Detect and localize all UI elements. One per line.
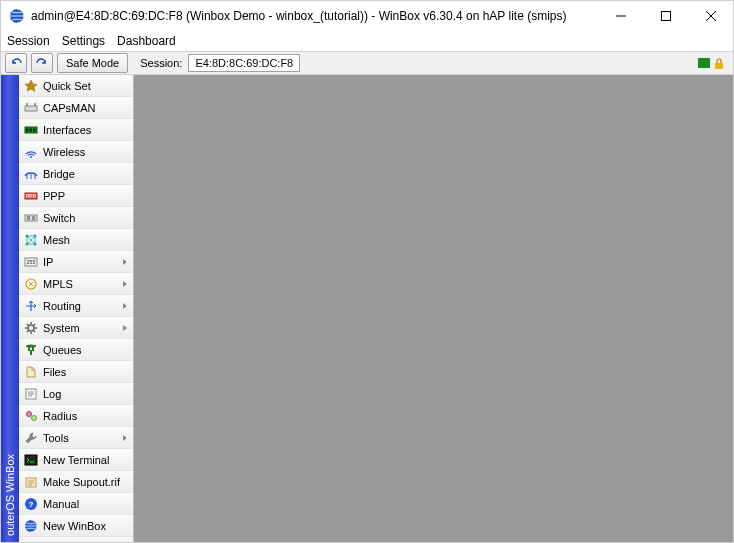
- queues-icon: [23, 342, 39, 358]
- svg-rect-12: [30, 128, 33, 131]
- sidebar-item-label: Wireless: [43, 146, 85, 158]
- vertical-tab-label: outerOS WinBox: [4, 454, 16, 536]
- sidebar-item-label: Queues: [43, 344, 82, 356]
- sidebar-item-label: Routing: [43, 300, 81, 312]
- radius-icon: [23, 408, 39, 424]
- sidebar-item-interfaces[interactable]: Interfaces: [19, 119, 133, 141]
- svg-point-34: [27, 411, 32, 416]
- status-indicator-green: [698, 58, 710, 68]
- sidebar-item-new-terminal[interactable]: New Terminal: [19, 449, 133, 471]
- sidebar-item-label: Radius: [43, 410, 77, 422]
- sidebar-item-label: IP: [43, 256, 53, 268]
- ip-icon: 255: [23, 254, 39, 270]
- menu-session[interactable]: Session: [7, 34, 50, 48]
- svg-rect-11: [26, 128, 29, 131]
- mesh-icon: [23, 232, 39, 248]
- sidebar-item-label: Interfaces: [43, 124, 91, 136]
- sidebar-item-bridge[interactable]: Bridge: [19, 163, 133, 185]
- wireless-icon: [23, 144, 39, 160]
- undo-button[interactable]: [5, 53, 27, 73]
- sidebar-item-mesh[interactable]: Mesh: [19, 229, 133, 251]
- safe-mode-button[interactable]: Safe Mode: [57, 53, 128, 73]
- sidebar-item-ip[interactable]: 255IP: [19, 251, 133, 273]
- sidebar-item-label: Log: [43, 388, 61, 400]
- lock-icon: [713, 58, 725, 68]
- sidebar-item-label: Switch: [43, 212, 75, 224]
- ppp-icon: PPP: [23, 188, 39, 204]
- sidebar-item-tools[interactable]: Tools: [19, 427, 133, 449]
- submenu-arrow-icon: [121, 324, 129, 332]
- sidebar-item-label: CAPsMAN: [43, 102, 96, 114]
- sidebar-item-ppp[interactable]: PPPPPP: [19, 185, 133, 207]
- interfaces-icon: [23, 122, 39, 138]
- maximize-button[interactable]: [643, 1, 688, 31]
- terminal-icon: [23, 452, 39, 468]
- sidebar-item-mpls[interactable]: MPLS: [19, 273, 133, 295]
- close-button[interactable]: [688, 1, 733, 31]
- tools-icon: [23, 430, 39, 446]
- content-area: [134, 75, 733, 542]
- sidebar-item-files[interactable]: Files: [19, 361, 133, 383]
- sidebar-item-label: Bridge: [43, 168, 75, 180]
- supout-icon: [23, 474, 39, 490]
- svg-point-35: [32, 415, 37, 420]
- sidebar-item-log[interactable]: Log: [19, 383, 133, 405]
- sidebar-item-label: PPP: [43, 190, 65, 202]
- svg-rect-2: [661, 12, 670, 21]
- sidebar-item-routing[interactable]: Routing: [19, 295, 133, 317]
- sidebar-item-capsman[interactable]: CAPsMAN: [19, 97, 133, 119]
- log-icon: [23, 386, 39, 402]
- sidebar-item-manual[interactable]: ?Manual: [19, 493, 133, 515]
- menu-dashboard[interactable]: Dashboard: [117, 34, 176, 48]
- switch-icon: [23, 210, 39, 226]
- sidebar-item-label: System: [43, 322, 80, 334]
- window-controls: [598, 1, 733, 31]
- svg-rect-13: [33, 128, 36, 131]
- sidebar-item-wireless[interactable]: Wireless: [19, 141, 133, 163]
- title-text: admin@E4:8D:8C:69:DC:F8 (Winbox Demo - w…: [31, 9, 598, 23]
- capsman-icon: [23, 100, 39, 116]
- sidebar-item-queues[interactable]: Queues: [19, 339, 133, 361]
- svg-rect-5: [698, 58, 710, 68]
- vertical-tab[interactable]: outerOS WinBox: [1, 75, 19, 542]
- routing-icon: [23, 298, 39, 314]
- submenu-arrow-icon: [121, 258, 129, 266]
- redo-button[interactable]: [31, 53, 53, 73]
- svg-point-29: [26, 344, 36, 347]
- winbox-icon: [23, 518, 39, 534]
- svg-rect-20: [25, 215, 37, 221]
- sidebar-item-label: New Terminal: [43, 454, 109, 466]
- files-icon: [23, 364, 39, 380]
- submenu-arrow-icon: [121, 280, 129, 288]
- sidebar-item-label: Mesh: [43, 234, 70, 246]
- sidebar-item-label: Files: [43, 366, 66, 378]
- sidebar-item-label: Manual: [43, 498, 79, 510]
- menu-bar: Session Settings Dashboard: [1, 31, 733, 51]
- app-icon: [9, 8, 25, 24]
- sidebar-item-system[interactable]: System: [19, 317, 133, 339]
- svg-rect-6: [715, 63, 723, 69]
- sidebar-item-label: New WinBox: [43, 520, 106, 532]
- bridge-icon: [23, 166, 39, 182]
- sidebar-item-new-winbox[interactable]: New WinBox: [19, 515, 133, 537]
- svg-point-14: [30, 156, 32, 158]
- svg-text:?: ?: [29, 500, 34, 509]
- sidebar-item-label: Quick Set: [43, 80, 91, 92]
- session-label: Session:: [140, 57, 182, 69]
- sidebar-item-label: Tools: [43, 432, 69, 444]
- svg-point-28: [28, 325, 34, 331]
- menu-settings[interactable]: Settings: [62, 34, 105, 48]
- sidebar-item-switch[interactable]: Switch: [19, 207, 133, 229]
- sidebar-item-make-supout-rif[interactable]: Make Supout.rif: [19, 471, 133, 493]
- svg-rect-36: [25, 455, 37, 465]
- sidebar: Quick SetCAPsMANInterfacesWirelessBridge…: [19, 75, 134, 542]
- manual-icon: ?: [23, 496, 39, 512]
- quickset-icon: [23, 78, 39, 94]
- mpls-icon: [23, 276, 39, 292]
- sidebar-item-label: MPLS: [43, 278, 73, 290]
- sidebar-item-radius[interactable]: Radius: [19, 405, 133, 427]
- sidebar-item-quick-set[interactable]: Quick Set: [19, 75, 133, 97]
- svg-text:255: 255: [27, 259, 36, 265]
- main-body: outerOS WinBox Quick SetCAPsMANInterface…: [1, 75, 733, 542]
- minimize-button[interactable]: [598, 1, 643, 31]
